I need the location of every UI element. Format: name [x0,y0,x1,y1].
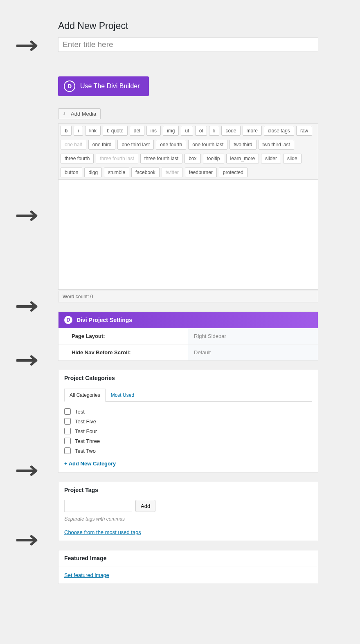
add-new-category-link[interactable]: + Add New Category [59,458,122,472]
divi-builder-button-label: Use The Divi Builder [80,83,140,90]
hide-nav-select[interactable]: Default [188,344,318,360]
project-title-input[interactable] [58,37,318,52]
category-checkbox[interactable] [64,418,71,425]
choose-most-used-tags-link[interactable]: Choose from the most used tags [64,529,141,535]
toolbar-onethirdlast-button[interactable]: one third last [117,140,154,150]
tags-panel: Project Tags Add Separate tags with comm… [58,482,318,541]
toolbar-raw-button[interactable]: raw [296,126,312,136]
category-item[interactable]: Test Four [64,426,312,436]
add-media-button[interactable]: Add Media [58,108,101,119]
tab-most-used[interactable]: Most Used [106,389,140,402]
page-title: Add New Project [58,20,360,31]
settings-label: Page Layout: [59,328,188,344]
pointer-arrow-icon [16,208,40,224]
toolbar-learnmore-button[interactable]: learn_more [226,154,259,163]
toolbar-protected-button[interactable]: protected [219,168,248,177]
toolbar-del-button[interactable]: del [130,126,144,136]
tags-hint: Separate tags with commas [64,516,312,522]
divi-settings-header: D Divi Project Settings [59,312,318,328]
toolbar-ul-button[interactable]: ul [181,126,193,136]
category-item[interactable]: Test Five [64,416,312,426]
toolbar-onefourth-button[interactable]: one fourth [156,140,186,150]
toolbar-code-button[interactable]: code [221,126,240,136]
toolbar-threefourthlast2-button[interactable]: three fourth last [140,154,182,163]
toolbar-twitter-button[interactable]: twitter [162,168,183,177]
category-checkbox[interactable] [64,438,71,444]
toolbar-feedburner-button[interactable]: feedburner [185,168,217,177]
toolbar-italic-button[interactable]: i [74,126,83,136]
categories-title: Project Categories [59,370,318,386]
tags-title: Project Tags [59,482,318,495]
toolbar-stumble-button[interactable]: stumble [104,168,129,177]
toolbar-slider-button[interactable]: slider [261,154,281,163]
settings-row: Hide Nav Before Scroll: Default [59,344,318,360]
tag-input[interactable] [64,500,132,512]
toolbar-box-button[interactable]: box [184,154,200,163]
pointer-arrow-icon [16,298,40,315]
tab-all-categories[interactable]: All Categories [64,389,106,402]
categories-tabs: All Categories Most Used [64,386,312,402]
toolbar-onehalf-button[interactable]: one half [61,140,86,150]
settings-row: Page Layout: Right Sidebar [59,328,318,344]
page-layout-select[interactable]: Right Sidebar [188,328,318,344]
pointer-arrow-icon [16,38,40,54]
toolbar-digg-button[interactable]: digg [84,168,102,177]
settings-label: Hide Nav Before Scroll: [59,344,188,360]
content-editor[interactable] [58,179,318,290]
pointer-arrow-icon [16,532,40,548]
toolbar-closetags-button[interactable]: close tags [264,126,294,136]
toolbar-more-button[interactable]: more [243,126,262,136]
media-icon [63,111,68,117]
pointer-arrow-icon [16,463,40,479]
category-checkbox[interactable] [64,428,71,434]
toolbar-slide-button[interactable]: slide [283,154,302,163]
toolbar-facebook-button[interactable]: facebook [131,168,160,177]
divi-logo-icon: D [64,80,75,92]
category-checkbox[interactable] [64,408,71,415]
divi-logo-icon: D [64,316,72,324]
featured-image-title: Featured Image [59,550,318,566]
toolbar-tooltip-button[interactable]: tooltip [203,154,224,163]
toolbar-threefourthlast-button[interactable]: three fourth last [96,154,138,163]
word-count-label: Word count: 0 [58,291,318,302]
category-item[interactable]: Test Three [64,436,312,446]
toolbar-onefourthlast-button[interactable]: one fourth last [188,140,227,150]
use-divi-builder-button[interactable]: D Use The Divi Builder [58,76,149,96]
toolbar-li-button[interactable]: li [209,126,219,136]
toolbar-onethird-button[interactable]: one third [88,140,116,150]
toolbar-ins-button[interactable]: ins [146,126,161,136]
toolbar-threefourth-button[interactable]: three fourth [61,154,94,163]
toolbar-link-button[interactable]: link [85,126,101,136]
category-item[interactable]: Test Two [64,446,312,456]
category-checkbox[interactable] [64,447,71,454]
set-featured-image-link[interactable]: Set featured image [64,572,109,578]
category-item[interactable]: Test [64,407,312,416]
add-tag-button[interactable]: Add [135,500,155,512]
toolbar-img-button[interactable]: img [163,126,179,136]
toolbar-twothirdlast-button[interactable]: two third last [259,140,294,150]
toolbar-ol-button[interactable]: ol [195,126,207,136]
editor-toolbar: b i link b-quote del ins img ul ol li co… [58,123,318,179]
toolbar-button-button[interactable]: button [61,168,82,177]
toolbar-bold-button[interactable]: b [61,126,72,136]
divi-settings-panel: D Divi Project Settings Page Layout: Rig… [58,311,318,361]
add-media-label: Add Media [71,111,96,117]
categories-list: Test Test Five Test Four Test Three Test… [59,402,318,458]
categories-panel: Project Categories All Categories Most U… [58,370,318,473]
featured-image-panel: Featured Image Set featured image [58,550,318,584]
toolbar-twothird-button[interactable]: two third [230,140,256,150]
pointer-arrow-icon [16,352,40,369]
toolbar-bquote-button[interactable]: b-quote [103,126,128,136]
divi-settings-title: Divi Project Settings [76,317,132,323]
